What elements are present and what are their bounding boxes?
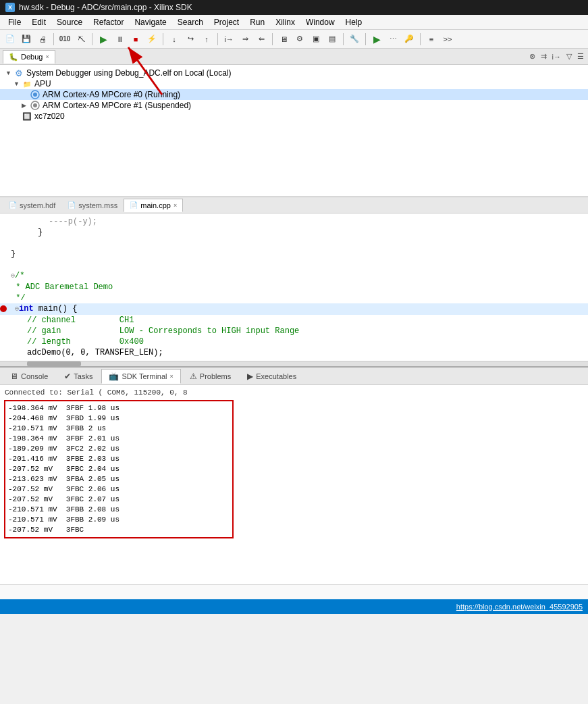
- profile-btn[interactable]: ⛏: [74, 32, 88, 47]
- tab-label-executables: Executables: [256, 372, 296, 380]
- tab-sdk-terminal[interactable]: 📺 SDK Terminal ×: [101, 369, 180, 384]
- toolbar-extra3[interactable]: ⇐: [254, 32, 269, 47]
- menu-refactor[interactable]: Refactor: [88, 16, 129, 28]
- cpp-icon: 📄: [130, 201, 138, 209]
- menu-bar: File Edit Source Refactor Navigate Searc…: [0, 15, 588, 30]
- code-line-adcdemo: adcDemo(0, 0, TRANSFER_LEN);: [0, 347, 588, 358]
- menu-edit[interactable]: Edit: [26, 16, 51, 28]
- toolbar-extra2[interactable]: ⇒: [238, 32, 252, 47]
- toolbar-extra8[interactable]: 🔧: [347, 32, 362, 47]
- terminal-line-1: -204.468 mV 3FBD 1.99 us: [8, 413, 230, 424]
- toolbar-separator-3: [163, 33, 163, 45]
- debug-tab-actions: ⊗ ⇉ i→ ▽ ☰: [528, 52, 585, 61]
- bottom-panel: 🖥 Console ✔ Tasks 📺 SDK Terminal × ⚠ Pro…: [0, 366, 588, 599]
- toolbar-extra11[interactable]: ≡: [424, 32, 439, 47]
- toolbar-extra1[interactable]: i→: [221, 32, 236, 47]
- tab-console[interactable]: 🖥 Console: [3, 369, 55, 384]
- disconnect-button[interactable]: ⚡: [144, 32, 159, 47]
- menu-window[interactable]: Window: [300, 16, 340, 28]
- code-text-7: * ADC Baremetal Demo: [8, 282, 588, 293]
- terminal-content: Connected to: Serial ( COM6, 115200, 0, …: [0, 385, 588, 584]
- toolbar-separator-5: [272, 33, 273, 45]
- toolbar-separator-2: [92, 33, 92, 45]
- tree-item-chip[interactable]: 🔲 xc7z020: [0, 111, 588, 122]
- debug-tab-close[interactable]: ×: [45, 53, 49, 60]
- menu-source[interactable]: Source: [51, 16, 88, 28]
- debug-action-resume[interactable]: ⇉: [539, 52, 548, 61]
- breakpoint-main: [0, 305, 7, 312]
- step-into-button[interactable]: ↓: [167, 32, 182, 47]
- terminal-input-line[interactable]: [0, 584, 588, 599]
- code-line-1: ----p(-y);: [0, 216, 588, 227]
- toolbar-extra6[interactable]: ▣: [309, 32, 323, 47]
- code-text-ch: // channel CH1: [8, 315, 588, 326]
- tab-problems[interactable]: ⚠ Problems: [182, 369, 238, 384]
- tree-item-system[interactable]: ▼ ⚙ System Debugger using Debug_ADC.elf …: [0, 68, 588, 78]
- tasks-icon: ✔: [64, 372, 71, 381]
- debug-tab[interactable]: 🐛 Debug ×: [3, 50, 55, 64]
- tree-item-apu[interactable]: ▼ 📁 APU: [0, 78, 588, 89]
- toolbar-extra4[interactable]: 🖥: [276, 32, 291, 47]
- code-text-8: */: [8, 293, 588, 303]
- toolbar-separator-8: [420, 33, 421, 45]
- debug-action-menu[interactable]: ☰: [576, 52, 585, 61]
- debug-action-down[interactable]: ▽: [565, 52, 573, 61]
- new-button[interactable]: 📄: [3, 32, 18, 47]
- code-text-adcdemo: adcDemo(0, 0, TRANSFER_LEN);: [8, 347, 588, 358]
- tab-label-problems: Problems: [200, 372, 231, 380]
- terminal-line-5: -201.416 mV 3FBE 2.03 us: [8, 454, 230, 464]
- step-return-button[interactable]: ↑: [199, 32, 214, 47]
- suspend-button[interactable]: ⏸: [112, 32, 127, 47]
- toolbar-separator-1: [53, 33, 54, 45]
- tab-main-cpp[interactable]: 📄 main.cpp ×: [124, 199, 183, 212]
- console-icon: 🖥: [10, 372, 18, 381]
- debug-btn[interactable]: 010: [57, 32, 72, 47]
- tree-label-apu: APU: [34, 79, 51, 89]
- resume-button[interactable]: ▶: [96, 32, 111, 47]
- tab-system-mss[interactable]: 📄 system.mss: [61, 199, 124, 212]
- menu-project[interactable]: Project: [209, 16, 244, 28]
- code-editor[interactable]: ----p(-y); } } ⊖/* * ADC Ba: [0, 213, 588, 361]
- terminal-input-field[interactable]: [3, 588, 585, 597]
- hdf-icon: 📄: [9, 201, 17, 209]
- menu-help[interactable]: Help: [340, 16, 368, 28]
- menu-file[interactable]: File: [3, 16, 26, 28]
- toolbar-extra9[interactable]: ⋯: [385, 32, 400, 47]
- executables-icon: ▶: [247, 372, 253, 381]
- tab-tasks[interactable]: ✔ Tasks: [57, 369, 100, 384]
- status-bar-link[interactable]: https://blog.csdn.net/weixin_45592905: [456, 603, 583, 611]
- editor-scrollbar[interactable]: [0, 361, 588, 366]
- toolbar-extra12[interactable]: >>: [440, 32, 455, 47]
- stop-button[interactable]: ■: [128, 32, 143, 47]
- terminal-line-4: -189.209 mV 3FC2 2.02 us: [8, 444, 230, 454]
- tree-item-core0[interactable]: ARM Cortex-A9 MPCore #0 (Running): [0, 89, 588, 100]
- print-button[interactable]: 🖨: [35, 32, 50, 47]
- tab-label-console: Console: [21, 372, 48, 380]
- tab-close-cpp[interactable]: ×: [173, 202, 177, 209]
- run-green-button[interactable]: ▶: [369, 32, 384, 47]
- sdk-terminal-close[interactable]: ×: [170, 373, 173, 380]
- tree-item-core1[interactable]: ▶ ARM Cortex-A9 MPCore #1 (Suspended): [0, 100, 588, 111]
- tab-label-cpp: main.cpp: [140, 201, 171, 209]
- debug-action-skip[interactable]: ⊗: [528, 52, 537, 61]
- menu-search[interactable]: Search: [172, 16, 209, 28]
- debug-section: 🐛 Debug × ⊗ ⇉ i→ ▽ ☰ ▼ ⚙ System Debugger…: [0, 49, 588, 197]
- menu-run[interactable]: Run: [244, 16, 270, 28]
- chip-icon: 🔲: [22, 111, 32, 121]
- toolbar-extra5[interactable]: ⚙: [292, 32, 307, 47]
- step-over-button[interactable]: ↪: [183, 32, 198, 47]
- toolbar-extra7[interactable]: ▤: [325, 32, 340, 47]
- terminal-connection-header: Connected to: Serial ( COM6, 115200, 0, …: [4, 388, 584, 397]
- menu-navigate[interactable]: Navigate: [129, 16, 171, 28]
- tree-label-core1: ARM Cortex-A9 MPCore #1 (Suspended): [43, 101, 191, 110]
- save-button[interactable]: 💾: [19, 32, 34, 47]
- terminal-line-2: -210.571 mV 3FBB 2 us: [8, 424, 230, 434]
- code-line-5: [0, 259, 588, 270]
- terminal-line-6: -207.52 mV 3FBC 2.04 us: [8, 464, 230, 474]
- status-bar: https://blog.csdn.net/weixin_45592905: [0, 599, 588, 614]
- tab-executables[interactable]: ▶ Executables: [240, 369, 304, 384]
- toolbar-extra10[interactable]: 🔑: [402, 32, 417, 47]
- debug-action-i[interactable]: i→: [551, 53, 562, 61]
- tab-system-hdf[interactable]: 📄 system.hdf: [3, 199, 61, 212]
- menu-xilinx[interactable]: Xilinx: [270, 16, 300, 28]
